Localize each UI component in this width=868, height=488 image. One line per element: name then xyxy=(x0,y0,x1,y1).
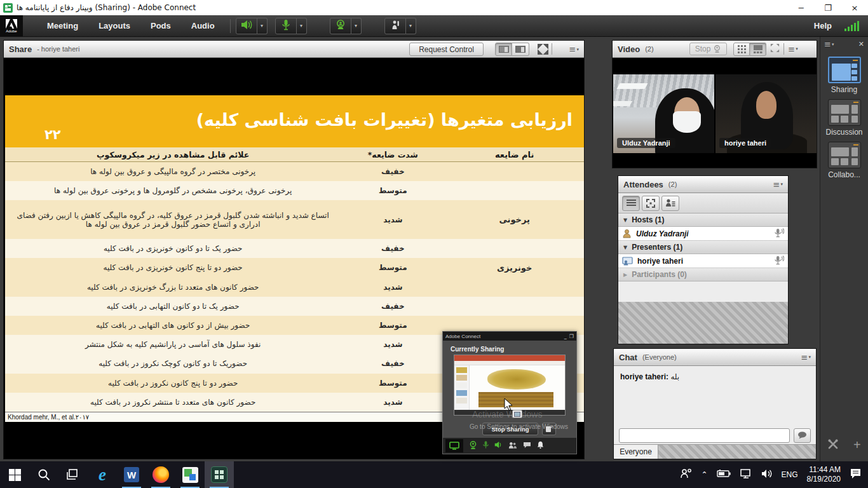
presenters-group-header[interactable]: ▼Presenters (1) xyxy=(618,241,788,254)
status-control[interactable]: ▾ xyxy=(384,18,416,34)
adobe-connect-taskbar-button[interactable] xyxy=(205,461,234,488)
connection-signal-icon xyxy=(844,21,859,31)
attendee-name: Ulduz Yadranji xyxy=(636,229,689,238)
stop-webcam-button[interactable]: Stop xyxy=(689,43,728,55)
attendees-icon[interactable] xyxy=(508,442,517,451)
fit-width-icon xyxy=(515,46,526,53)
currently-sharing-window: Adobe Connect _❐ Currently Sharing Stop … xyxy=(442,331,577,454)
share-fullscreen-button[interactable] xyxy=(538,44,548,57)
pod-tools-icon[interactable] xyxy=(827,438,839,452)
breakout-icon xyxy=(646,199,655,208)
chat-input[interactable] xyxy=(619,428,790,443)
collapse-triangle-icon: ▼ xyxy=(623,245,627,250)
video-fullscreen-button[interactable] xyxy=(770,43,780,55)
attendee-status-view-button[interactable] xyxy=(661,196,679,211)
battery-icon[interactable] xyxy=(717,470,731,480)
close-button[interactable]: × xyxy=(841,0,868,15)
filmstrip-view-icon xyxy=(754,45,763,53)
share-view-toggle xyxy=(495,43,529,56)
cell-severity: شدید xyxy=(341,340,445,349)
table-row: حضور دو تا پنج کانون خونریزی در بافت کلی… xyxy=(5,258,584,277)
speaker-control[interactable]: ▾ xyxy=(236,18,268,34)
sidebar-close-icon[interactable]: ✕ xyxy=(858,40,864,48)
fit-width-view-button[interactable] xyxy=(512,43,529,56)
menu-meeting[interactable]: Meeting xyxy=(37,21,88,30)
language-indicator[interactable]: ENG xyxy=(782,470,798,479)
layout-item-sharing[interactable]: Sharing xyxy=(820,57,868,94)
cell-severity: خفیف xyxy=(341,167,445,176)
cell-signs: پرخونی عروق، پرخونی مشخص در گلومرول ها و… xyxy=(5,186,341,195)
clock[interactable]: 11:44 AM 8/19/2020 xyxy=(807,465,841,484)
mini-minimize-icon[interactable]: _ xyxy=(564,334,567,339)
chat-icon[interactable] xyxy=(523,442,531,451)
chat-tab-everyone[interactable]: Everyone xyxy=(614,445,658,459)
attendees-pod: Attendees (2) ≡▾ ▼Hosts (1) Ulduz Yadran… xyxy=(618,175,789,344)
action-center-icon[interactable] xyxy=(850,468,862,481)
status-dropdown[interactable]: ▾ xyxy=(406,18,416,34)
speaker-icon xyxy=(241,20,252,32)
shared-slide: ارزیابی متغیرها (تغییرات بافت شناسی کلیه… xyxy=(5,95,584,422)
notification-bell-icon[interactable] xyxy=(537,441,544,451)
cell-severity: متوسط xyxy=(341,186,445,195)
layout-item-discussion[interactable]: Discussion xyxy=(820,99,868,137)
webcam-control[interactable]: ▾ xyxy=(330,18,362,34)
office-app-button[interactable] xyxy=(175,461,205,488)
minimize-button[interactable]: − xyxy=(788,0,815,15)
sidebar-menu-icon[interactable]: ≡▾ xyxy=(824,39,834,49)
attendee-list-view-button[interactable] xyxy=(622,196,640,211)
menu-layouts[interactable]: Layouts xyxy=(88,21,140,30)
request-control-button[interactable]: Request Control xyxy=(409,43,484,56)
discussion-layout-icon xyxy=(828,99,861,126)
grid-view-button[interactable] xyxy=(733,43,750,56)
people-tray-icon[interactable] xyxy=(680,468,693,481)
hosts-group-header[interactable]: ▼Hosts (1) xyxy=(618,214,788,227)
system-tray: ⌃ ENG 11:44 AM 8/19/2020 xyxy=(680,465,868,484)
webcam-icon[interactable] xyxy=(469,441,477,451)
filmstrip-view-button[interactable] xyxy=(750,43,766,56)
webcam-dropdown[interactable]: ▾ xyxy=(351,18,362,34)
microphone-icon[interactable] xyxy=(483,441,489,451)
network-icon[interactable] xyxy=(740,469,752,481)
cell-signs: اتساع شدید و انباشته شدن گلبول قرمز در ع… xyxy=(5,211,341,229)
tray-overflow-chevron[interactable]: ⌃ xyxy=(702,470,708,479)
layout-item-collaboration[interactable]: Collabo... xyxy=(820,142,868,179)
restore-button[interactable]: ❐ xyxy=(815,0,841,15)
video-name-label: horiye taheri xyxy=(719,138,771,148)
volume-icon[interactable] xyxy=(761,469,773,480)
word-button[interactable]: W xyxy=(117,461,146,488)
share-pod: Share - horiye taheri Request Control ≡▾… xyxy=(3,40,585,459)
chat-pod-menu-icon[interactable]: ≡▾ xyxy=(801,353,811,362)
send-message-button[interactable] xyxy=(794,428,811,443)
attendees-pod-menu-icon[interactable]: ≡▾ xyxy=(773,180,783,189)
speaker-dropdown[interactable]: ▾ xyxy=(257,18,268,34)
cell-signs: حضور یک تا دو کانون التهابی در بافت کلیه xyxy=(5,302,341,311)
firefox-button[interactable] xyxy=(146,461,175,488)
menu-pods[interactable]: Pods xyxy=(140,21,181,30)
menu-audio[interactable]: Audio xyxy=(181,21,225,30)
cell-severity: خفیف xyxy=(341,244,445,253)
fit-page-view-button[interactable] xyxy=(495,43,512,56)
participants-group-header[interactable]: ▶Participants (0) xyxy=(618,268,788,281)
chat-pod: Chat (Everyone) ≡▾ horiye taheri: بله Ev… xyxy=(613,348,817,459)
video-pod-menu-icon[interactable]: ≡▾ xyxy=(788,44,797,54)
breakout-view-button[interactable] xyxy=(642,196,660,211)
microphone-control[interactable]: ▾ xyxy=(275,18,307,34)
add-pod-icon[interactable]: + xyxy=(853,438,861,452)
start-button[interactable] xyxy=(0,461,29,488)
menu-help[interactable]: Help xyxy=(814,21,832,30)
task-view-button[interactable] xyxy=(58,461,88,488)
search-button[interactable] xyxy=(29,461,58,488)
speaker-icon[interactable] xyxy=(494,441,503,451)
chat-input-row xyxy=(614,425,816,445)
mini-window-title: Adobe Connect xyxy=(445,334,480,339)
microphone-dropdown[interactable]: ▾ xyxy=(297,18,307,34)
share-pod-menu-icon[interactable]: ≡▾ xyxy=(569,44,579,54)
cell-severity: خفیف xyxy=(341,359,445,368)
attendee-row-presenter[interactable]: horiye taheri xyxy=(618,254,788,268)
attendee-row-host[interactable]: Ulduz Yadranji xyxy=(618,227,788,241)
mini-restore-icon[interactable]: ❐ xyxy=(569,334,574,339)
adobe-connect-icon xyxy=(211,466,227,483)
preview-slide xyxy=(470,365,565,411)
internet-explorer-button[interactable]: e xyxy=(88,461,117,488)
screen-share-icon[interactable] xyxy=(445,439,463,452)
